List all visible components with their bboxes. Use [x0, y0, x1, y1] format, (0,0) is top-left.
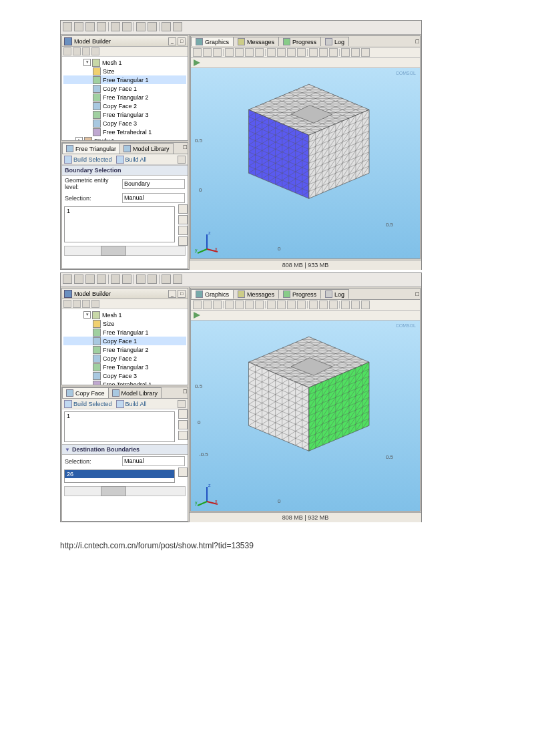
source-list[interactable]: 1: [64, 411, 175, 442]
tree-item[interactable]: Free Tetrahedral 1: [63, 128, 186, 136]
toolbar-icon[interactable]: [245, 301, 254, 309]
toolbar-icon[interactable]: [287, 48, 296, 57]
tab-messages[interactable]: Messages: [233, 37, 279, 46]
toolbar-icon[interactable]: [73, 47, 81, 55]
tab-progress[interactable]: Progress: [278, 289, 321, 299]
maximize-icon[interactable]: □: [178, 290, 186, 298]
model-tree[interactable]: ▾Mesh 1SizeFree Triangular 1Copy Face 1F…: [62, 309, 188, 385]
tree-item[interactable]: Free Triangular 3: [63, 110, 186, 119]
toolbar-icon[interactable]: [97, 274, 106, 284]
tree-item[interactable]: Free Triangular 1: [63, 75, 186, 84]
toolbar-icon[interactable]: [309, 48, 318, 57]
tree-item[interactable]: Free Triangular 1: [63, 328, 186, 337]
toolbar-icon[interactable]: [277, 48, 286, 57]
toolbar-icon[interactable]: [255, 301, 264, 309]
toolbar-icon[interactable]: [82, 300, 90, 308]
toolbar-icon[interactable]: [319, 48, 328, 57]
toolbar-icon[interactable]: [267, 48, 276, 57]
toolbar-icon[interactable]: [361, 301, 370, 309]
toolbar-icon[interactable]: [225, 301, 234, 309]
tree-item[interactable]: Size: [63, 67, 186, 75]
tree-item[interactable]: Free Triangular 2: [63, 93, 186, 102]
toolbar-icon[interactable]: [122, 22, 131, 31]
play-icon[interactable]: [194, 59, 200, 66]
expand-icon[interactable]: ▾: [83, 59, 91, 66]
panel-control-icon[interactable]: □: [416, 38, 419, 45]
toolbar-icon[interactable]: [255, 48, 264, 57]
tree-item[interactable]: Copy Face 2: [63, 102, 186, 110]
toolbar-icon[interactable]: [361, 48, 370, 57]
panel-control-icon[interactable]: □: [416, 291, 419, 297]
toolbar-icon[interactable]: [136, 22, 146, 31]
tab-log[interactable]: Log: [320, 289, 349, 299]
list-button-icon[interactable]: [178, 409, 188, 419]
toolbar-icon[interactable]: [148, 22, 157, 31]
tab-graphics[interactable]: Graphics: [191, 289, 234, 299]
toolbar-icon[interactable]: [136, 274, 146, 284]
tab-messages[interactable]: Messages: [233, 289, 279, 299]
toolbar-icon[interactable]: [85, 274, 95, 284]
toolbar-icon[interactable]: [319, 301, 328, 309]
tree-item[interactable]: Copy Face 1: [63, 84, 186, 93]
toolbar-icon[interactable]: [235, 48, 244, 57]
toolbar-icon[interactable]: [173, 274, 182, 284]
build-selected-button[interactable]: Build Selected: [64, 400, 112, 408]
toolbar-icon[interactable]: [297, 301, 306, 309]
list-button-icon[interactable]: [178, 204, 188, 214]
tab-model-library[interactable]: Model Library: [108, 387, 162, 398]
play-icon[interactable]: [194, 312, 200, 319]
maximize-icon[interactable]: □: [178, 37, 186, 45]
panel-control-icon[interactable]: □: [184, 144, 187, 153]
toolbar-icon[interactable]: [162, 274, 171, 284]
toolbar-icon[interactable]: [193, 301, 202, 309]
tab-log[interactable]: Log: [320, 37, 349, 46]
list-button-icon[interactable]: [178, 226, 188, 235]
tree-item[interactable]: ▾Mesh 1: [63, 311, 186, 319]
toolbar-icon[interactable]: [63, 47, 71, 55]
section-boundary-selection[interactable]: Boundary Selection: [62, 165, 188, 176]
help-icon[interactable]: [178, 156, 186, 164]
tree-item[interactable]: ▾Mesh 1: [63, 58, 186, 67]
toolbar-icon[interactable]: [329, 301, 338, 309]
toolbar-icon[interactable]: [63, 274, 72, 284]
viewport-3d[interactable]: COMSOL 0.5 0 -0.5 0.5 0 z: [191, 321, 420, 511]
model-tree[interactable]: ▾Mesh 1SizeFree Triangular 1Copy Face 1F…: [62, 57, 188, 140]
toolbar-icon[interactable]: [162, 22, 171, 31]
toolbar-icon[interactable]: [122, 274, 131, 284]
toolbar-icon[interactable]: [63, 22, 72, 31]
tab-progress[interactable]: Progress: [278, 37, 321, 46]
toolbar-icon[interactable]: [277, 301, 286, 309]
tree-item[interactable]: Size: [63, 319, 186, 328]
toolbar-icon[interactable]: [91, 47, 99, 55]
expand-icon[interactable]: ▾: [83, 311, 91, 319]
toolbar-icon[interactable]: [85, 22, 95, 31]
section-destination-boundaries[interactable]: ▼Destination Boundaries: [62, 444, 188, 455]
minimize-icon[interactable]: _: [168, 290, 176, 298]
toolbar-icon[interactable]: [73, 300, 81, 308]
build-all-button[interactable]: Build All: [116, 156, 147, 164]
toolbar-icon[interactable]: [91, 300, 99, 308]
tree-item[interactable]: Free Triangular 3: [63, 363, 186, 371]
tree-item[interactable]: Copy Face 3: [63, 119, 186, 128]
list-item[interactable]: 26: [65, 470, 174, 478]
tab-model-library[interactable]: Model Library: [119, 143, 174, 154]
toolbar-icon[interactable]: [203, 301, 212, 309]
toolbar-icon[interactable]: [173, 22, 182, 31]
toolbar-icon[interactable]: [193, 48, 202, 57]
list-button-icon[interactable]: [178, 420, 188, 429]
toolbar-icon[interactable]: [267, 301, 276, 309]
toolbar-icon[interactable]: [82, 47, 90, 55]
list-button-icon[interactable]: [178, 467, 188, 477]
toolbar-icon[interactable]: [329, 48, 338, 57]
toolbar-icon[interactable]: [309, 301, 318, 309]
list-button-icon[interactable]: [178, 431, 188, 440]
toolbar-icon[interactable]: [287, 301, 296, 309]
scrollbar[interactable]: [64, 246, 186, 256]
tree-item[interactable]: Free Tetrahedral 1: [63, 380, 186, 385]
help-icon[interactable]: [178, 400, 186, 408]
panel-control-icon[interactable]: □: [184, 388, 187, 397]
tab-copy-face[interactable]: Copy Face: [62, 387, 109, 398]
destination-list[interactable]: 26: [64, 469, 175, 483]
build-all-button[interactable]: Build All: [116, 400, 147, 408]
selection-dropdown[interactable]: Manual: [122, 193, 185, 203]
